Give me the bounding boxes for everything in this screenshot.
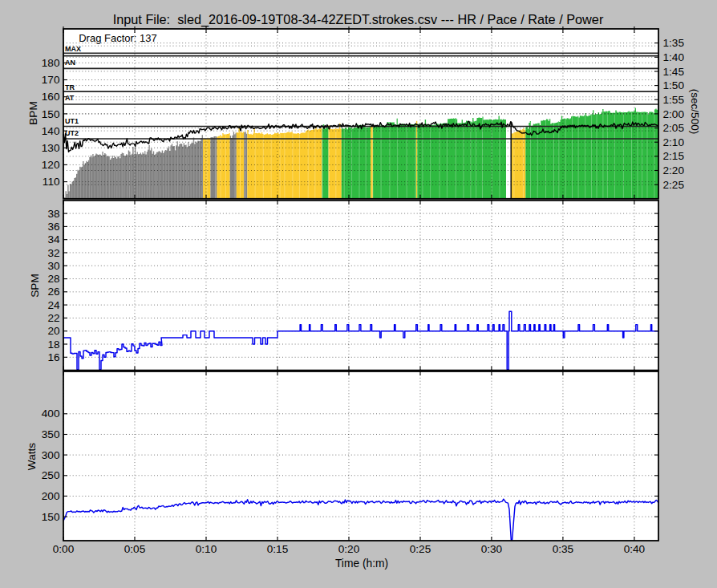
svg-text:Time (h:m): Time (h:m) (335, 558, 388, 570)
svg-text:1:50: 1:50 (663, 79, 685, 91)
svg-text:24: 24 (47, 299, 60, 311)
svg-text:AN: AN (65, 59, 75, 67)
svg-text:1:35: 1:35 (663, 37, 684, 49)
svg-text:UT1: UT1 (65, 117, 79, 125)
svg-text:0:20: 0:20 (338, 543, 360, 555)
svg-text:16: 16 (47, 351, 59, 363)
svg-text:2:05: 2:05 (663, 122, 684, 134)
svg-text:0:05: 0:05 (124, 543, 145, 555)
svg-text:0:30: 0:30 (481, 543, 503, 555)
svg-text:22: 22 (47, 312, 59, 324)
svg-text:150: 150 (42, 108, 60, 120)
svg-text:2:00: 2:00 (663, 108, 685, 120)
svg-text:UT2: UT2 (65, 129, 79, 137)
svg-text:1:55: 1:55 (663, 94, 684, 106)
svg-text:36: 36 (47, 221, 59, 233)
svg-text:2:25: 2:25 (663, 179, 684, 191)
svg-text:Input File: sled_2016-09-19T0: Input File: sled_2016-09-19T08-34-42ZEDT… (113, 12, 604, 27)
svg-text:140: 140 (42, 125, 60, 137)
svg-text:1:40: 1:40 (663, 51, 685, 63)
svg-text:AT: AT (65, 94, 75, 102)
svg-text:150: 150 (42, 511, 60, 523)
svg-text:300: 300 (42, 449, 60, 461)
svg-text:1:45: 1:45 (663, 66, 684, 78)
svg-text:0:10: 0:10 (196, 543, 217, 555)
svg-text:MAX: MAX (65, 45, 81, 53)
svg-text:120: 120 (42, 159, 60, 171)
svg-text:0:40: 0:40 (624, 543, 646, 555)
svg-text:0:15: 0:15 (267, 543, 288, 555)
svg-text:400: 400 (42, 408, 60, 420)
svg-text:0:25: 0:25 (410, 543, 431, 555)
svg-text:32: 32 (47, 247, 59, 259)
svg-text:0:00: 0:00 (53, 543, 75, 555)
svg-text:38: 38 (47, 208, 59, 220)
svg-text:0:35: 0:35 (553, 543, 573, 555)
svg-text:BPM: BPM (27, 101, 39, 124)
svg-text:26: 26 (47, 286, 59, 298)
svg-text:Drag Factor: 137: Drag Factor: 137 (79, 32, 157, 44)
svg-text:20: 20 (47, 325, 60, 337)
svg-text:Watts: Watts (26, 443, 38, 470)
svg-text:110: 110 (43, 176, 60, 188)
svg-text:SPM: SPM (29, 274, 41, 297)
svg-text:28: 28 (47, 273, 59, 285)
svg-text:250: 250 (42, 469, 60, 481)
svg-text:350: 350 (42, 428, 60, 440)
svg-text:160: 160 (42, 91, 60, 103)
svg-text:TR: TR (65, 83, 75, 91)
svg-text:34: 34 (47, 233, 60, 245)
svg-text:18: 18 (47, 339, 59, 351)
svg-text:170: 170 (42, 74, 60, 86)
svg-text:180: 180 (42, 57, 60, 69)
svg-text:30: 30 (47, 260, 60, 272)
svg-text:2:10: 2:10 (663, 136, 685, 148)
svg-text:2:15: 2:15 (663, 150, 684, 162)
svg-text:200: 200 (42, 490, 60, 502)
svg-text:130: 130 (42, 142, 60, 154)
svg-text:(sec/500): (sec/500) (689, 89, 701, 135)
svg-text:2:20: 2:20 (663, 164, 685, 176)
